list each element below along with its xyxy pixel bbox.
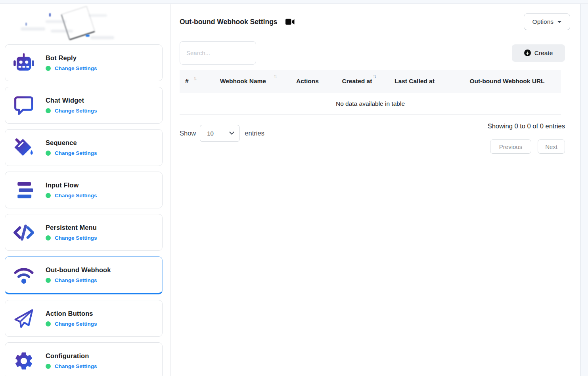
sort-icon[interactable] xyxy=(193,76,196,81)
logo-blur-shape xyxy=(21,27,45,31)
status-dot xyxy=(46,235,51,240)
sidebar-item-title: Chat Widget xyxy=(46,97,97,104)
change-settings-link[interactable]: Change Settings xyxy=(55,235,97,241)
wifi-icon xyxy=(13,264,34,286)
status-dot xyxy=(46,151,51,156)
status-dot xyxy=(46,364,51,369)
logo-blur-dot xyxy=(25,23,27,26)
logo-blur-arc xyxy=(61,6,96,40)
sidebar-item-title: Sequence xyxy=(46,139,97,147)
sidebar-item-sequence[interactable]: Sequence Change Settings xyxy=(5,129,163,166)
column-header-outbound-webhook-url[interactable]: Out-bound Webhook URL xyxy=(453,70,561,93)
sidebar: Bot Reply Change Settings Chat Widget Ch… xyxy=(0,4,170,376)
table-footer: Show 10 entries Showing 0 to 0 of 0 entr… xyxy=(180,122,570,154)
sidebar-item-bot-reply[interactable]: Bot Reply Change Settings xyxy=(5,44,163,81)
table-toolbar: + Create xyxy=(180,41,570,65)
sidebar-item-action-buttons[interactable]: Action Buttons Change Settings xyxy=(5,300,163,337)
pagination: Previous Next xyxy=(490,139,565,154)
logo-blur-shape xyxy=(90,36,114,39)
sort-icon[interactable] xyxy=(373,73,375,79)
sidebar-item-title: Persistent Menu xyxy=(46,224,97,231)
chat-bubble-icon xyxy=(13,95,34,116)
show-label: Show xyxy=(180,130,196,137)
input-flow-icon xyxy=(13,179,34,201)
status-dot xyxy=(46,108,51,113)
page-title: Out-bound Webhook Settings xyxy=(180,18,278,26)
table-header-row: # Webhook Name Actions Created at Last C… xyxy=(180,70,561,93)
page-size-select[interactable]: 10 xyxy=(200,125,239,142)
change-settings-link[interactable]: Change Settings xyxy=(55,193,97,198)
entries-summary: Showing 0 to 0 of 0 entries xyxy=(488,122,565,130)
change-settings-link[interactable]: Change Settings xyxy=(55,321,97,327)
sort-icon[interactable] xyxy=(274,73,276,79)
next-page-button[interactable]: Next xyxy=(538,139,565,154)
sidebar-item-title: Configuration xyxy=(46,352,97,360)
robot-icon xyxy=(13,52,34,74)
search-input[interactable] xyxy=(180,41,256,65)
sidebar-item-input-flow[interactable]: Input Flow Change Settings xyxy=(5,172,163,208)
previous-page-button[interactable]: Previous xyxy=(490,139,531,154)
entries-label: entries xyxy=(245,130,264,137)
code-icon xyxy=(13,222,34,243)
change-settings-link[interactable]: Change Settings xyxy=(55,363,97,369)
sidebar-item-persistent-menu[interactable]: Persistent Menu Change Settings xyxy=(5,214,163,251)
options-button[interactable]: Options xyxy=(524,13,570,30)
paint-bucket-icon xyxy=(13,137,34,158)
create-button[interactable]: + Create xyxy=(512,44,565,62)
create-button-label: Create xyxy=(534,50,553,57)
logo-blur-dot xyxy=(49,13,51,17)
caret-down-icon xyxy=(557,21,561,23)
page-header: Out-bound Webhook Settings Options xyxy=(180,13,570,30)
sidebar-item-title: Out-bound Webhook xyxy=(46,266,111,274)
video-camera-icon[interactable] xyxy=(285,19,295,25)
sidebar-item-title: Bot Reply xyxy=(46,54,97,62)
sidebar-item-out-bound-webhook[interactable]: Out-bound Webhook Change Settings xyxy=(5,256,163,294)
status-dot xyxy=(46,66,51,71)
app-logo[interactable] xyxy=(5,4,163,44)
gear-icon xyxy=(13,350,34,372)
column-header-created-at[interactable]: Created at xyxy=(338,70,376,93)
sidebar-item-title: Input Flow xyxy=(46,181,97,189)
sidebar-item-title: Action Buttons xyxy=(46,310,97,317)
status-dot xyxy=(46,193,51,198)
change-settings-link[interactable]: Change Settings xyxy=(55,108,97,114)
webhooks-table: # Webhook Name Actions Created at Last C… xyxy=(180,70,561,115)
column-header-last-called-at[interactable]: Last Called at xyxy=(376,70,453,93)
logo-blur-shape xyxy=(89,14,107,17)
logo-blur-dot xyxy=(86,34,90,37)
paper-plane-icon xyxy=(13,308,34,329)
change-settings-link[interactable]: Change Settings xyxy=(55,150,97,156)
sidebar-item-configuration[interactable]: Configuration Change Settings xyxy=(5,342,163,376)
top-strip xyxy=(0,0,588,4)
page-size-control: Show 10 entries xyxy=(180,125,264,142)
main-content: Out-bound Webhook Settings Options + Cre… xyxy=(171,4,580,376)
status-dot xyxy=(46,321,51,326)
sidebar-item-chat-widget[interactable]: Chat Widget Change Settings xyxy=(5,87,163,124)
column-header-webhook-name[interactable]: Webhook Name xyxy=(209,70,277,93)
change-settings-link[interactable]: Change Settings xyxy=(55,65,97,71)
status-dot xyxy=(46,278,51,283)
change-settings-link[interactable]: Change Settings xyxy=(55,277,97,283)
scrollbar-track[interactable] xyxy=(580,4,588,376)
options-button-label: Options xyxy=(532,18,554,25)
table-empty-message: No data available in table xyxy=(180,93,561,115)
plus-icon: + xyxy=(524,50,531,56)
column-header-actions[interactable]: Actions xyxy=(277,70,338,93)
sidebar-nav: Bot Reply Change Settings Chat Widget Ch… xyxy=(5,44,163,376)
column-header-index[interactable]: # xyxy=(180,70,209,93)
